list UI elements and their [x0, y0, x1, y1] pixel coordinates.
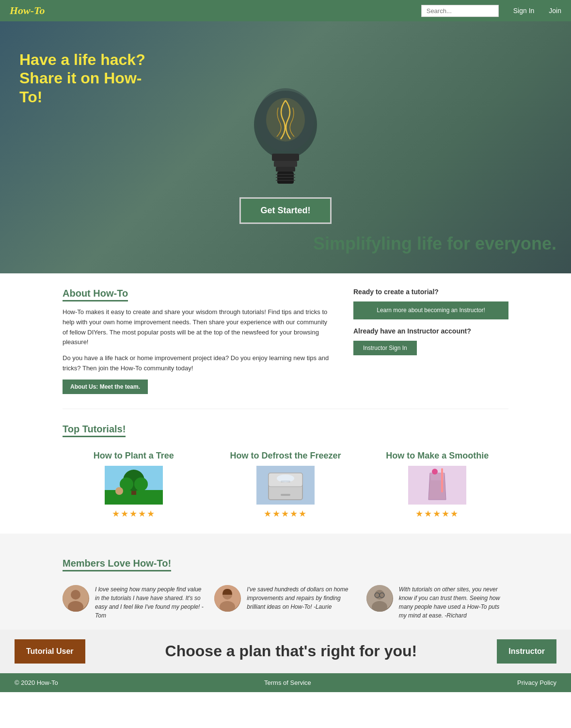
- hero-right-text: Simplifyling life for everyone.: [313, 233, 556, 254]
- main-content: About How-To How-To makes it easy to cre…: [53, 273, 518, 534]
- svg-point-16: [115, 487, 123, 495]
- svg-point-22: [277, 475, 294, 482]
- tutorials-grid: How to Plant a Tree ★★★★★: [63, 451, 508, 519]
- get-started-button[interactable]: Get Started!: [239, 197, 331, 224]
- lightbulb-icon: [237, 71, 334, 207]
- svg-rect-3: [272, 154, 299, 161]
- hero-section: Have a life hack? Share it on How-To! Ge…: [0, 21, 571, 273]
- hero-bulb-area: Get Started!: [237, 71, 334, 224]
- member-quote-laurie: I've saved hundreds of dollars on home i…: [247, 585, 356, 620]
- footer-copyright: © 2020 How-To: [15, 679, 58, 686]
- tutorial-stars-smoothie: ★★★★★: [366, 508, 508, 519]
- tutorial-stars-tree: ★★★★★: [63, 508, 205, 519]
- svg-point-2: [266, 98, 305, 142]
- tutorial-card-tree[interactable]: How to Plant a Tree ★★★★★: [63, 451, 205, 519]
- svg-rect-24: [441, 468, 443, 492]
- avatar-laurie: [214, 585, 241, 612]
- svg-rect-5: [276, 167, 295, 172]
- about-left: About How-To How-To makes it easy to cre…: [63, 288, 334, 394]
- tutorial-image-tree: [105, 466, 163, 505]
- svg-point-15: [134, 477, 148, 491]
- members-section-wrapper: Members Love How-To! I love seeing how m…: [0, 534, 571, 630]
- tutorial-image-smoothie: [408, 466, 466, 505]
- signin-link[interactable]: Sign In: [513, 7, 535, 15]
- footer: © 2020 How-To Terms of Service Privacy P…: [0, 673, 571, 692]
- svg-point-25: [432, 469, 438, 475]
- ready-title: Ready to create a tutorial?: [353, 288, 508, 296]
- search-input[interactable]: [421, 5, 499, 17]
- terms-of-service-link[interactable]: Terms of Service: [264, 679, 311, 686]
- plan-title: Choose a plan that's right for you!: [85, 642, 497, 660]
- tutorial-image-freezer: [256, 466, 315, 505]
- member-quote-richard: With tutorials on other sites, you never…: [399, 585, 508, 620]
- member-item-tom: I love seeing how many people find value…: [63, 585, 205, 620]
- about-team-button[interactable]: About Us: Meet the team.: [63, 380, 148, 394]
- about-right: Ready to create a tutorial? Learn more a…: [353, 288, 508, 394]
- tutorial-stars-freezer: ★★★★★: [214, 508, 356, 519]
- member-item-richard: With tutorials on other sites, you never…: [366, 585, 508, 620]
- members-grid: I love seeing how many people find value…: [63, 585, 508, 620]
- tutorials-title: Top Tutorials!: [63, 424, 126, 437]
- members-inner: Members Love How-To! I love seeing how m…: [53, 558, 518, 620]
- tutorial-title-freezer: How to Defrost the Freezer: [214, 451, 356, 461]
- hero-left-text: Have a life hack? Share it on How-To!: [19, 50, 145, 106]
- tutorial-title-tree: How to Plant a Tree: [63, 451, 205, 461]
- tutorials-section: Top Tutorials! How to Plant a Tree: [63, 424, 508, 519]
- plan-section: Tutorial User Choose a plan that's right…: [0, 630, 571, 673]
- instructor-plan-button[interactable]: Instructor: [497, 639, 556, 664]
- svg-rect-21: [281, 494, 290, 496]
- tutorial-card-freezer[interactable]: How to Defrost the Freezer ★★★★★: [214, 451, 356, 519]
- svg-point-27: [71, 590, 80, 600]
- tutorial-user-button[interactable]: Tutorial User: [15, 639, 85, 664]
- members-title: Members Love How-To!: [63, 558, 171, 571]
- about-paragraph2: Do you have a life hack or home improvem…: [63, 353, 334, 374]
- members-section: Members Love How-To! I love seeing how m…: [63, 558, 508, 620]
- member-item-laurie: I've saved hundreds of dollars on home i…: [214, 585, 356, 620]
- privacy-policy-link[interactable]: Privacy Policy: [517, 679, 556, 686]
- member-quote-tom: I love seeing how many people find value…: [95, 585, 205, 620]
- site-logo: How-To: [10, 4, 45, 17]
- avatar-richard: [366, 585, 393, 612]
- tutorial-card-smoothie[interactable]: How to Make a Smoothie ★★★★★: [366, 451, 508, 519]
- learn-more-instructor-button[interactable]: Learn more about becoming an Instructor!: [353, 301, 508, 319]
- about-title: About How-To: [63, 288, 128, 301]
- avatar-tom: [63, 585, 89, 612]
- join-link[interactable]: Join: [549, 7, 561, 15]
- navbar: How-To Sign In Join: [0, 0, 571, 21]
- instructor-signin-button[interactable]: Instructor Sign In: [353, 341, 417, 355]
- about-paragraph1: How-To makes it easy to create and share…: [63, 307, 334, 348]
- about-section: About How-To How-To makes it easy to cre…: [63, 288, 508, 409]
- tutorial-title-smoothie: How to Make a Smoothie: [366, 451, 508, 461]
- svg-rect-4: [274, 161, 297, 167]
- have-account-title: Already have an Instructor account?: [353, 327, 508, 335]
